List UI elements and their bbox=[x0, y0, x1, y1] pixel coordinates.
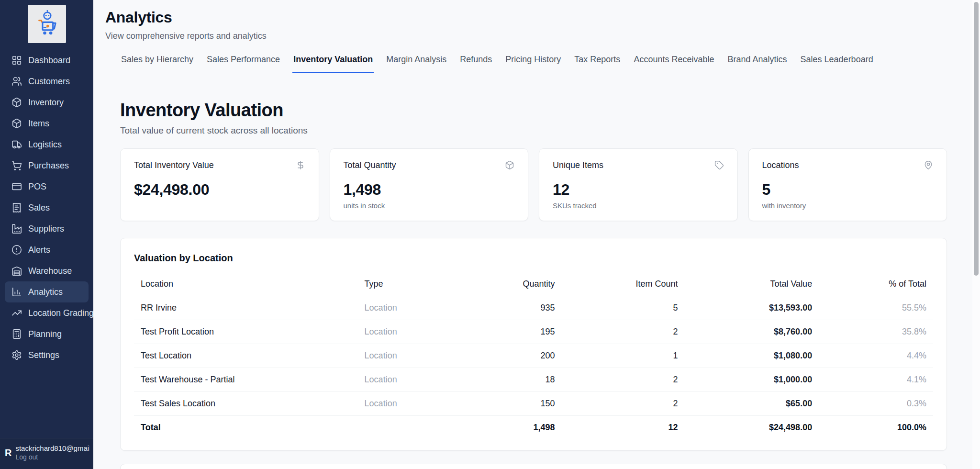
cell-item-count: 2 bbox=[561, 320, 684, 344]
tab-brand-analytics[interactable]: Brand Analytics bbox=[726, 55, 788, 73]
table-header-row: Location Type Quantity Item Count Total … bbox=[134, 272, 933, 296]
tab-label: Brand Analytics bbox=[727, 55, 787, 64]
shopping-cart-icon bbox=[11, 160, 22, 171]
table-row-test-profit-location: Test Profit Location Location 195 2 $8,7… bbox=[134, 320, 933, 344]
sidebar-item-analytics[interactable]: Analytics bbox=[5, 281, 89, 302]
cell-type: Location bbox=[358, 392, 482, 416]
user-email: stackrichard810@gmail.co bbox=[15, 444, 89, 452]
cell-pct: 55.5% bbox=[819, 296, 933, 320]
package-icon bbox=[505, 160, 514, 170]
sidebar-item-label: Dashboard bbox=[28, 56, 70, 66]
tab-margin-analysis[interactable]: Margin Analysis bbox=[385, 55, 447, 73]
stat-card-value: 1,498 bbox=[344, 181, 515, 199]
sidebar-item-settings[interactable]: Settings bbox=[5, 345, 89, 366]
user-section: R stackrichard810@gmail.co Log out bbox=[0, 438, 93, 469]
col-header-location: Location bbox=[134, 272, 358, 296]
section-title: Inventory Valuation bbox=[120, 100, 947, 121]
sidebar-item-dashboard[interactable]: Dashboard bbox=[5, 50, 89, 71]
col-header-pct-of-total: % of Total bbox=[819, 272, 933, 296]
tab-bar: Sales by Hierarchy Sales Performance Inv… bbox=[120, 55, 962, 73]
stat-card-label: Total Inventory Value bbox=[134, 160, 214, 170]
stat-card-label: Total Quantity bbox=[344, 160, 396, 170]
truck-icon bbox=[11, 139, 22, 150]
total-pct: 100.0% bbox=[819, 416, 933, 440]
col-header-total-value: Total Value bbox=[685, 272, 819, 296]
tab-inventory-valuation[interactable]: Inventory Valuation bbox=[292, 55, 374, 73]
next-card-partial bbox=[120, 464, 947, 469]
stat-card-sublabel bbox=[134, 201, 305, 210]
cell-quantity: 195 bbox=[481, 320, 561, 344]
stat-card-total-inventory-value: Total Inventory Value $24,498.00 bbox=[120, 148, 319, 221]
sidebar-item-suppliers[interactable]: Suppliers bbox=[5, 218, 89, 239]
cell-pct: 0.3% bbox=[819, 392, 933, 416]
scrollbar-thumb[interactable] bbox=[974, 2, 979, 276]
tag-icon bbox=[714, 160, 724, 170]
cell-type: Location bbox=[358, 368, 482, 392]
tab-pricing-history[interactable]: Pricing History bbox=[504, 55, 562, 73]
sidebar-item-inventory[interactable]: Inventory bbox=[5, 92, 89, 113]
sidebar-item-location-grading[interactable]: Location Grading bbox=[5, 302, 89, 324]
section-subtitle: Total value of current stock across all … bbox=[120, 125, 947, 136]
scrollbar-track[interactable] bbox=[972, 0, 980, 469]
tab-label: Sales Leaderboard bbox=[801, 55, 873, 64]
cell-type: Location bbox=[358, 320, 482, 344]
sidebar-item-logistics[interactable]: Logistics bbox=[5, 134, 89, 155]
sidebar-item-label: Planning bbox=[28, 329, 62, 339]
sidebar-item-customers[interactable]: Customers bbox=[5, 71, 89, 92]
sidebar-item-purchases[interactable]: Purchases bbox=[5, 155, 89, 176]
table-title: Valuation by Location bbox=[134, 253, 933, 264]
cell-total-value: $1,080.00 bbox=[685, 344, 819, 368]
tab-sales-leaderboard[interactable]: Sales Leaderboard bbox=[800, 55, 874, 73]
sidebar-item-label: Settings bbox=[28, 350, 59, 360]
trending-up-icon bbox=[11, 308, 22, 318]
sidebar-item-items[interactable]: Items bbox=[5, 113, 89, 134]
tab-label: Margin Analysis bbox=[386, 55, 446, 64]
users-icon bbox=[11, 76, 22, 87]
sidebar-item-planning[interactable]: Planning bbox=[5, 324, 89, 345]
table-row-test-warehouse-partial: Test Warehouse - Partial Location 18 2 $… bbox=[134, 368, 933, 392]
stat-card-total-quantity: Total Quantity 1,498 units in stock bbox=[330, 148, 529, 221]
stat-card-value: 5 bbox=[762, 181, 934, 199]
robot-cart-icon bbox=[33, 10, 61, 38]
total-item-count: 12 bbox=[561, 416, 684, 440]
sidebar-item-warehouse[interactable]: Warehouse bbox=[5, 260, 89, 281]
factory-icon bbox=[11, 223, 22, 234]
map-pin-icon bbox=[924, 160, 933, 170]
sidebar-item-label: Items bbox=[28, 119, 49, 129]
tab-refunds[interactable]: Refunds bbox=[459, 55, 493, 73]
sidebar-item-sales[interactable]: Sales bbox=[5, 197, 89, 218]
tab-sales-performance[interactable]: Sales Performance bbox=[206, 55, 281, 73]
cell-location: Test Sales Location bbox=[134, 392, 358, 416]
cell-location: Test Warehouse - Partial bbox=[134, 368, 358, 392]
cell-location: RR Irvine bbox=[134, 296, 358, 320]
warehouse-icon bbox=[11, 266, 22, 276]
sidebar-item-alerts[interactable]: Alerts bbox=[5, 239, 89, 260]
tab-sales-by-hierarchy[interactable]: Sales by Hierarchy bbox=[120, 55, 194, 73]
sidebar-item-label: Location Grading bbox=[28, 308, 94, 318]
page-title: Analytics bbox=[105, 9, 962, 26]
cell-quantity: 18 bbox=[481, 368, 561, 392]
bar-chart-icon bbox=[11, 287, 22, 297]
tab-accounts-receivable[interactable]: Accounts Receivable bbox=[633, 55, 715, 73]
cell-type: Location bbox=[358, 296, 482, 320]
tab-tax-reports[interactable]: Tax Reports bbox=[573, 55, 621, 73]
sidebar-item-label: Customers bbox=[28, 77, 70, 87]
stat-card-value: 12 bbox=[553, 181, 724, 199]
sidebar-item-label: Logistics bbox=[28, 140, 62, 150]
table-row-rr-irvine: RR Irvine Location 935 5 $13,593.00 55.5… bbox=[134, 296, 933, 320]
main-content: Analytics View comprehensive reports and… bbox=[93, 0, 980, 469]
table-row-test-sales-location: Test Sales Location Location 150 2 $65.0… bbox=[134, 392, 933, 416]
col-header-item-count: Item Count bbox=[561, 272, 684, 296]
app-logo bbox=[28, 5, 66, 43]
layout-grid-icon bbox=[11, 55, 22, 66]
cell-pct: 4.1% bbox=[819, 368, 933, 392]
cell-item-count: 2 bbox=[561, 368, 684, 392]
sidebar-item-pos[interactable]: POS bbox=[5, 176, 89, 197]
logout-link[interactable]: Log out bbox=[15, 453, 38, 461]
tab-label: Accounts Receivable bbox=[634, 55, 714, 64]
sidebar-item-label: Analytics bbox=[28, 287, 63, 297]
stat-card-label: Locations bbox=[762, 160, 799, 170]
sidebar-item-label: Warehouse bbox=[28, 266, 72, 276]
cell-type: Location bbox=[358, 344, 482, 368]
avatar: R bbox=[5, 447, 11, 458]
